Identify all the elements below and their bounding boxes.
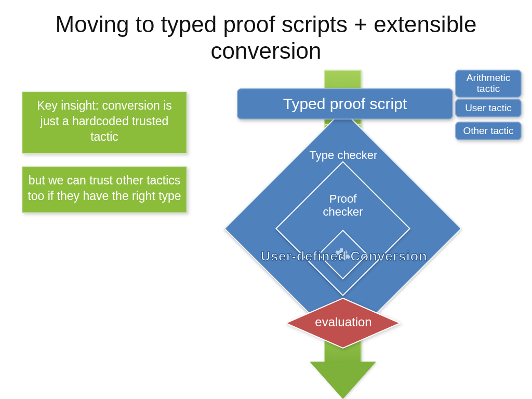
node-proof-checker-label: Proof checker	[312, 192, 374, 219]
callout-key-insight: Key insight: conversion is just a hardco…	[22, 91, 187, 154]
node-typed-proof-script: Typed proof script	[237, 88, 453, 119]
slide-title: Moving to typed proof scripts + extensib…	[0, 11, 532, 64]
node-other-tactic: Other tactic	[455, 122, 522, 140]
node-user-tactic: User tactic	[455, 99, 522, 117]
flow-arrow-head-icon	[310, 362, 376, 399]
node-type-checker-label: Type checker	[289, 149, 398, 162]
callout-trust: but we can trust other tactics too if th…	[22, 166, 187, 213]
node-evaluation-label: evaluation	[289, 315, 398, 329]
node-arithmetic-tactic: Arithmetic tactic	[455, 70, 522, 98]
label-user-defined-conversion: User-defined Conversion	[245, 248, 443, 264]
